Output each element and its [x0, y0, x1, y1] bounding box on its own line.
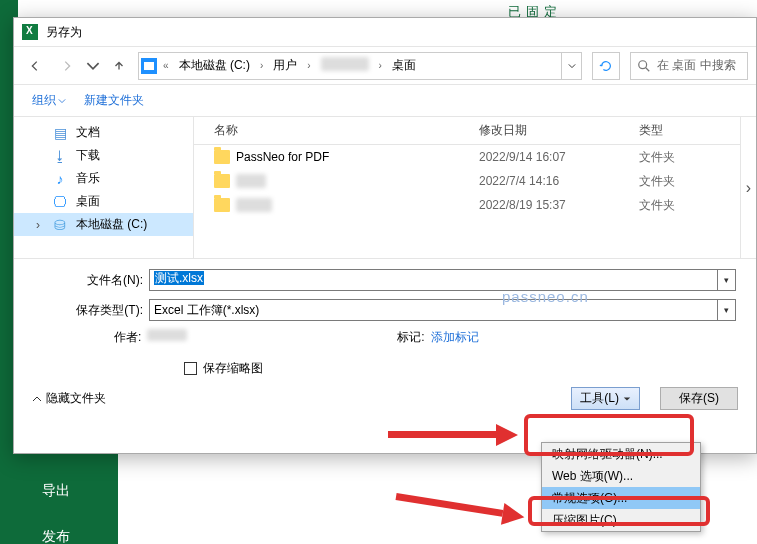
annotation-arrow [394, 486, 526, 528]
sidebar-item-music[interactable]: ♪音乐 [14, 167, 193, 190]
filename-dropdown[interactable]: ▾ [718, 269, 736, 291]
download-icon: ⭳ [52, 148, 68, 164]
chevron-right-icon[interactable]: › [32, 218, 44, 232]
export-label[interactable]: 导出 [42, 482, 70, 500]
menu-map-drive[interactable]: 映射网络驱动器(N)... [542, 443, 700, 465]
scroll-indicator[interactable]: › [740, 117, 756, 258]
col-name[interactable]: 名称 [194, 122, 479, 139]
column-headers: 名称 修改日期 类型 [194, 117, 740, 145]
crumb-desktop[interactable]: 桌面 [388, 55, 420, 76]
navbar: « 本地磁盘 (C:) › 用户 › › 桌面 在 桌面 中搜索 [14, 47, 756, 85]
hide-folders-toggle[interactable]: 隐藏文件夹 [32, 390, 106, 407]
search-icon [637, 59, 651, 73]
crumb-drive[interactable]: 本地磁盘 (C:) [175, 55, 254, 76]
organize-button[interactable]: 组织 [32, 92, 66, 109]
crumb-users[interactable]: 用户 [269, 55, 301, 76]
sidebar: ▤文档 ⭳下载 ♪音乐 🖵桌面 › ⛁本地磁盘 (C:) [14, 117, 194, 258]
col-date[interactable]: 修改日期 [479, 122, 639, 139]
svg-point-0 [639, 60, 647, 68]
tools-button[interactable]: 工具(L) [571, 387, 640, 410]
tools-menu: 映射网络驱动器(N)... Web 选项(W)... 常规选项(G)... 压缩… [541, 442, 701, 532]
sidebar-item-drive-c[interactable]: › ⛁本地磁盘 (C:) [14, 213, 193, 236]
refresh-button[interactable] [592, 52, 620, 80]
back-button[interactable] [22, 53, 48, 79]
form-area: 文件名(N): 测试.xlsx ▾ 保存类型(T): Excel 工作簿(*.x… [14, 259, 756, 381]
toolbar: 组织 新建文件夹 [14, 85, 756, 117]
chevron-up-icon [32, 394, 42, 404]
chevron-icon[interactable]: « [161, 60, 171, 71]
chevron-icon[interactable]: › [377, 60, 384, 71]
save-button[interactable]: 保存(S) [660, 387, 738, 410]
footer: 隐藏文件夹 工具(L) 保存(S) [14, 381, 756, 422]
filetype-dropdown[interactable]: ▾ [718, 299, 736, 321]
folder-icon [214, 150, 230, 164]
menu-compress-pictures[interactable]: 压缩图片(C)... [542, 509, 700, 531]
file-row[interactable]: 2022/8/19 15:37 文件夹 [194, 193, 740, 217]
thumbnail-checkbox[interactable] [184, 362, 197, 375]
sidebar-item-documents[interactable]: ▤文档 [14, 121, 193, 144]
folder-icon [214, 174, 230, 188]
file-list: PassNeo for PDF 2022/9/14 16:07 文件夹 2022… [194, 145, 740, 258]
crumb-user[interactable] [317, 55, 373, 76]
music-icon: ♪ [52, 171, 68, 187]
folder-icon [214, 198, 230, 212]
filename-input[interactable]: 测试.xlsx [149, 269, 718, 291]
filename-label: 文件名(N): [34, 272, 149, 289]
tags-label: 标记: [397, 329, 424, 346]
thumbnail-label: 保存缩略图 [203, 360, 263, 377]
filetype-combo[interactable]: Excel 工作簿(*.xlsx) [149, 299, 718, 321]
desktop-icon: 🖵 [52, 194, 68, 210]
menu-web-options[interactable]: Web 选项(W)... [542, 465, 700, 487]
address-dropdown[interactable] [561, 53, 581, 79]
pc-icon [141, 58, 157, 74]
document-icon: ▤ [52, 125, 68, 141]
new-folder-button[interactable]: 新建文件夹 [84, 92, 144, 109]
tags-add-link[interactable]: 添加标记 [431, 329, 479, 346]
recent-dropdown[interactable] [86, 53, 100, 79]
search-placeholder: 在 桌面 中搜索 [657, 57, 736, 74]
filetype-label: 保存类型(T): [34, 302, 149, 319]
sidebar-item-desktop[interactable]: 🖵桌面 [14, 190, 193, 213]
chevron-down-icon [623, 395, 631, 403]
menu-general-options[interactable]: 常规选项(G)... [542, 487, 700, 509]
titlebar: 另存为 [14, 18, 756, 47]
sidebar-item-downloads[interactable]: ⭳下载 [14, 144, 193, 167]
chevron-icon[interactable]: › [258, 60, 265, 71]
dialog-title: 另存为 [46, 24, 82, 41]
forward-button[interactable] [54, 53, 80, 79]
save-as-dialog: 另存为 « 本地磁盘 (C:) › 用户 › › 桌面 [13, 17, 757, 454]
svg-line-1 [646, 67, 650, 71]
up-button[interactable] [106, 53, 132, 79]
search-input[interactable]: 在 桌面 中搜索 [630, 52, 748, 80]
drive-icon: ⛁ [52, 217, 68, 233]
author-value[interactable] [147, 329, 187, 346]
author-label: 作者: [114, 329, 141, 346]
publish-label[interactable]: 发布 [42, 528, 70, 544]
excel-icon [22, 24, 38, 40]
col-type[interactable]: 类型 [639, 122, 740, 139]
file-row[interactable]: PassNeo for PDF 2022/9/14 16:07 文件夹 [194, 145, 740, 169]
address-bar[interactable]: « 本地磁盘 (C:) › 用户 › › 桌面 [138, 52, 582, 80]
chevron-icon[interactable]: › [305, 60, 312, 71]
body-area: ▤文档 ⭳下载 ♪音乐 🖵桌面 › ⛁本地磁盘 (C:) 名称 修改日期 类型 … [14, 117, 756, 258]
file-panel: 名称 修改日期 类型 PassNeo for PDF 2022/9/14 16:… [194, 117, 740, 258]
file-row[interactable]: 2022/7/4 14:16 文件夹 [194, 169, 740, 193]
